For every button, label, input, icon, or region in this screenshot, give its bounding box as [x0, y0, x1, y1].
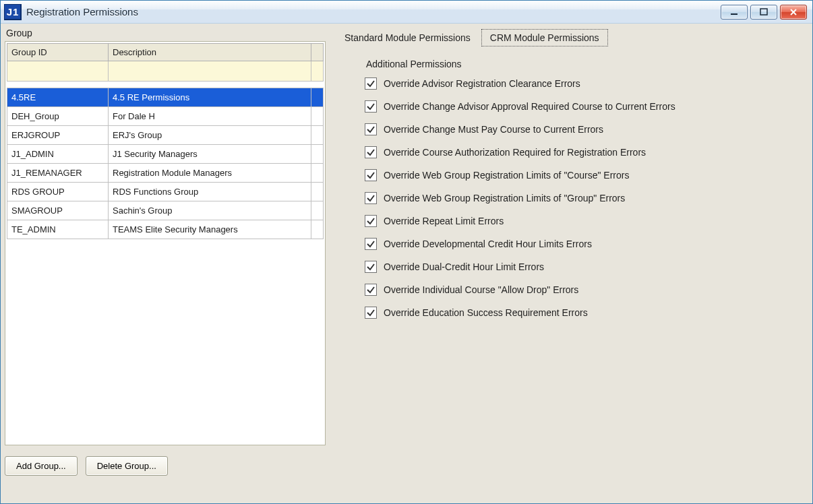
group-desc-cell[interactable]: J1 Security Managers	[109, 145, 311, 164]
check-icon	[366, 239, 375, 249]
svg-rect-1	[760, 9, 767, 15]
left-panel: Group Group ID Description	[5, 26, 335, 498]
filter-desc-cell[interactable]	[109, 61, 311, 82]
permission-item: Override Individual Course "Allow Drop" …	[365, 284, 808, 296]
group-id-cell[interactable]: RDS GROUP	[7, 183, 109, 201]
row-indicator	[311, 126, 324, 145]
permission-item: Override Education Success Requirement E…	[365, 307, 808, 319]
window-controls	[721, 5, 810, 20]
grid-spacer	[7, 82, 324, 88]
close-button[interactable]	[780, 5, 807, 20]
permission-checkbox[interactable]	[365, 123, 377, 135]
permission-label: Override Developmental Credit Hour Limit…	[384, 239, 592, 249]
group-id-cell[interactable]: TE_ADMIN	[7, 220, 109, 239]
table-row[interactable]: J1_ADMINJ1 Security Managers	[7, 145, 324, 164]
group-desc-cell[interactable]: ERJ's Group	[109, 126, 311, 145]
permission-item: Override Developmental Credit Hour Limit…	[365, 238, 808, 250]
check-icon	[366, 193, 375, 203]
permission-label: Override Change Advisor Approval Require…	[384, 101, 675, 112]
permission-item: Override Repeat Limit Errors	[365, 215, 808, 227]
group-desc-cell[interactable]: 4.5 RE Permissions	[109, 88, 311, 107]
permission-item: Override Dual-Credit Hour Limit Errors	[365, 261, 808, 273]
row-indicator	[311, 201, 324, 220]
permission-label: Override Course Authorization Required f…	[384, 147, 646, 158]
permission-label: Override Advisor Registration Clearance …	[384, 78, 580, 89]
group-label: Group	[6, 28, 326, 38]
permission-label: Override Web Group Registration Limits o…	[384, 170, 629, 181]
group-desc-cell[interactable]: Sachin's Group	[109, 201, 311, 220]
permission-checkbox[interactable]	[365, 238, 377, 250]
row-indicator	[311, 164, 324, 183]
row-indicator	[311, 88, 324, 107]
maximize-icon	[759, 8, 769, 16]
permission-item: Override Change Must Pay Course to Curre…	[365, 123, 808, 135]
permission-checkbox[interactable]	[365, 284, 377, 296]
grid-header-row: Group ID Description	[7, 44, 324, 61]
permission-label: Override Repeat Limit Errors	[384, 216, 504, 226]
table-row[interactable]: RDS GROUPRDS Functions Group	[7, 183, 324, 201]
grid-header-id[interactable]: Group ID	[7, 44, 109, 61]
permission-checkbox[interactable]	[365, 146, 377, 158]
table-row[interactable]: TE_ADMINTEAMS Elite Security Managers	[7, 220, 324, 239]
minimize-button[interactable]	[721, 5, 748, 20]
permission-item: Override Course Authorization Required f…	[365, 146, 808, 158]
table-row[interactable]: SMAGROUPSachin's Group	[7, 201, 324, 220]
check-icon	[366, 79, 375, 88]
group-id-cell[interactable]: J1_REMANAGER	[7, 164, 109, 183]
check-icon	[366, 216, 375, 226]
grid-filter-row	[7, 61, 324, 82]
permission-checkbox[interactable]	[365, 169, 377, 181]
permission-label: Override Change Must Pay Course to Curre…	[384, 124, 603, 135]
filter-desc-input[interactable]	[113, 65, 307, 77]
row-indicator	[311, 145, 324, 164]
permission-checkbox[interactable]	[365, 192, 377, 204]
group-desc-cell[interactable]: RDS Functions Group	[109, 183, 311, 201]
group-desc-cell[interactable]: TEAMS Elite Security Managers	[109, 220, 311, 239]
group-desc-cell[interactable]: Registration Module Managers	[109, 164, 311, 183]
filter-id-input[interactable]	[11, 65, 104, 77]
close-icon	[789, 8, 798, 16]
check-icon	[366, 308, 375, 317]
table-row[interactable]: DEH_GroupFor Dale H	[7, 107, 324, 126]
permission-item: Override Advisor Registration Clearance …	[365, 77, 808, 90]
group-id-cell[interactable]: DEH_Group	[7, 107, 109, 126]
group-desc-cell[interactable]: For Dale H	[109, 107, 311, 126]
permission-checkbox[interactable]	[365, 261, 377, 273]
group-id-cell[interactable]: J1_ADMIN	[7, 145, 109, 164]
table-row[interactable]: 4.5RE4.5 RE Permissions	[7, 88, 324, 107]
permission-label: Override Dual-Credit Hour Limit Errors	[384, 261, 544, 272]
permissions-header: Additional Permissions	[366, 59, 808, 69]
permission-item: Override Web Group Registration Limits o…	[365, 169, 808, 181]
permission-item: Override Web Group Registration Limits o…	[365, 192, 808, 204]
tab-standard-permissions[interactable]: Standard Module Permissions	[340, 30, 475, 46]
table-row[interactable]: J1_REMANAGERRegistration Module Managers	[7, 164, 324, 183]
titlebar: J1 Registration Permissions	[1, 1, 812, 24]
permission-checkbox[interactable]	[365, 100, 377, 113]
app-icon: J1	[3, 3, 22, 21]
group-id-cell[interactable]: ERJGROUP	[7, 126, 109, 145]
permissions-list: Override Advisor Registration Clearance …	[365, 77, 808, 319]
delete-group-button[interactable]: Delete Group...	[86, 456, 168, 476]
group-id-cell[interactable]: SMAGROUP	[7, 201, 109, 220]
permission-checkbox[interactable]	[365, 215, 377, 227]
row-indicator	[311, 220, 324, 239]
permission-checkbox[interactable]	[365, 77, 377, 90]
right-panel: Standard Module Permissions CRM Module P…	[335, 26, 808, 498]
grid-header-indicator	[311, 44, 324, 61]
filter-id-cell[interactable]	[7, 61, 109, 82]
filter-indicator	[311, 61, 324, 82]
check-icon	[366, 262, 375, 272]
table-row[interactable]: ERJGROUPERJ's Group	[7, 126, 324, 145]
window-title: Registration Permissions	[26, 6, 721, 18]
maximize-button[interactable]	[750, 5, 777, 20]
permission-label: Override Web Group Registration Limits o…	[384, 193, 625, 203]
permission-checkbox[interactable]	[365, 307, 377, 319]
add-group-button[interactable]: Add Group...	[5, 456, 78, 476]
grid-header-desc[interactable]: Description	[109, 44, 311, 61]
permission-label: Override Individual Course "Allow Drop" …	[384, 284, 578, 295]
tab-crm-permissions[interactable]: CRM Module Permissions	[481, 29, 608, 46]
permission-item: Override Change Advisor Approval Require…	[365, 100, 808, 113]
client-area: Group Group ID Description	[1, 24, 812, 503]
group-id-cell[interactable]: 4.5RE	[7, 88, 109, 107]
check-icon	[366, 125, 375, 134]
